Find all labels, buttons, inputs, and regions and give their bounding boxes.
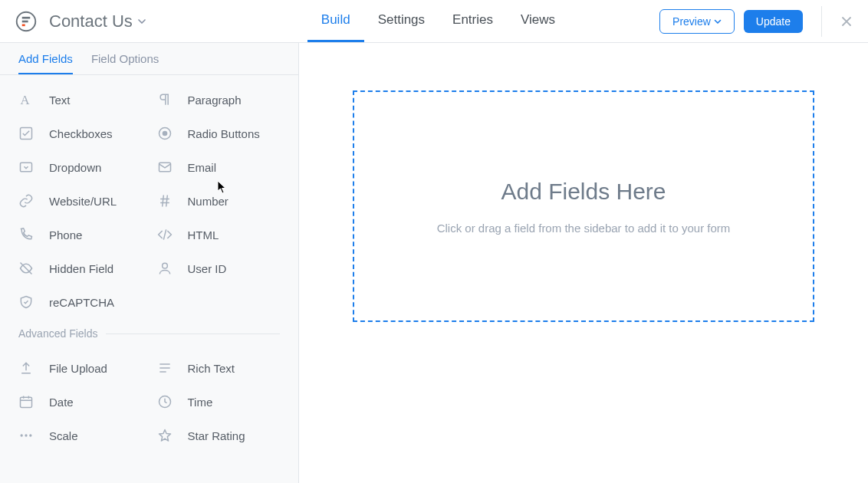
svg-point-7 <box>162 131 167 136</box>
field-label: Scale <box>49 429 78 442</box>
field-date[interactable]: Date <box>11 385 150 419</box>
field-time[interactable]: Time <box>150 385 288 419</box>
clock-icon <box>157 394 173 409</box>
field-email[interactable]: Email <box>150 150 288 184</box>
eye-off-icon <box>18 261 34 276</box>
field-label: Star Rating <box>188 429 245 442</box>
advanced-fields-separator: Advanced Fields <box>0 327 298 340</box>
preview-button[interactable]: Preview <box>659 9 735 34</box>
svg-point-14 <box>25 434 27 436</box>
email-icon <box>157 159 173 175</box>
field-label: Time <box>188 396 213 409</box>
field-recaptcha[interactable]: reCAPTCHA <box>11 285 150 319</box>
advanced-fields-grid: File Upload Rich Text Date Time Scale St… <box>0 343 298 455</box>
phone-icon <box>18 227 34 242</box>
field-label: Paragraph <box>188 94 242 107</box>
field-website-url[interactable]: Website/URL <box>11 184 150 218</box>
tab-entries[interactable]: Entries <box>439 0 507 42</box>
field-label: Rich Text <box>188 362 235 375</box>
field-label: Text <box>49 94 71 107</box>
app-header: Contact Us Build Settings Entries Views … <box>0 0 868 43</box>
drop-zone-title: Add Fields Here <box>501 179 666 205</box>
tab-settings[interactable]: Settings <box>364 0 439 42</box>
svg-point-13 <box>21 434 23 436</box>
dropdown-icon <box>18 159 34 175</box>
star-icon <box>157 428 173 443</box>
field-checkboxes[interactable]: Checkboxes <box>11 117 150 150</box>
radio-icon <box>157 126 173 141</box>
field-label: HTML <box>188 228 219 242</box>
field-label: Radio Buttons <box>188 127 260 140</box>
chevron-down-icon <box>714 18 722 25</box>
close-button[interactable] <box>840 15 853 28</box>
paragraph-icon <box>157 92 173 107</box>
svg-rect-1 <box>22 16 31 18</box>
field-label: File Upload <box>49 362 107 375</box>
form-canvas: Add Fields Here Click or drag a field fr… <box>299 43 868 483</box>
field-hidden-field[interactable]: Hidden Field <box>11 251 150 285</box>
shield-icon <box>18 294 34 310</box>
svg-rect-11 <box>21 397 32 407</box>
sidebar-tab-add-fields[interactable]: Add Fields <box>18 52 73 74</box>
sidebar-tabs: Add Fields Field Options <box>0 43 298 75</box>
field-file-upload[interactable]: File Upload <box>11 351 150 385</box>
tab-build[interactable]: Build <box>307 0 364 42</box>
field-dropdown[interactable]: Dropdown <box>11 150 150 184</box>
svg-point-15 <box>29 434 31 436</box>
field-label: User ID <box>188 262 227 275</box>
update-button[interactable]: Update <box>744 10 803 33</box>
svg-rect-8 <box>21 163 32 172</box>
code-icon <box>157 227 173 242</box>
checkbox-icon <box>18 126 34 141</box>
field-radio-buttons[interactable]: Radio Buttons <box>150 117 288 150</box>
field-label: Email <box>188 161 217 174</box>
svg-rect-3 <box>22 24 25 26</box>
basic-fields-grid: A Text Paragraph Checkboxes Radio Button… <box>0 75 298 322</box>
drop-zone-subtitle: Click or drag a field from the sidebar t… <box>437 222 731 235</box>
drop-zone[interactable]: Add Fields Here Click or drag a field fr… <box>353 90 814 322</box>
field-rich-text[interactable]: Rich Text <box>150 351 288 385</box>
link-icon <box>18 193 34 209</box>
tab-views[interactable]: Views <box>507 0 569 42</box>
field-phone[interactable]: Phone <box>11 218 150 251</box>
sidebar: Add Fields Field Options A Text Paragrap… <box>0 43 299 483</box>
field-label: Number <box>188 195 229 208</box>
field-paragraph[interactable]: Paragraph <box>150 83 288 117</box>
rich-text-icon <box>157 360 173 376</box>
field-html[interactable]: HTML <box>150 218 288 251</box>
field-label: Website/URL <box>49 195 117 208</box>
separator <box>821 6 822 37</box>
svg-text:A: A <box>21 93 30 107</box>
field-star-rating[interactable]: Star Rating <box>150 419 288 452</box>
app-logo-icon <box>15 11 37 32</box>
field-text[interactable]: A Text <box>11 83 150 117</box>
svg-rect-2 <box>22 20 28 22</box>
field-label: Dropdown <box>49 161 101 174</box>
sidebar-tab-field-options[interactable]: Field Options <box>91 52 159 74</box>
field-label: Phone <box>49 228 82 242</box>
form-title-dropdown[interactable]: Contact Us <box>49 12 146 31</box>
form-title: Contact Us <box>49 12 133 31</box>
field-user-id[interactable]: User ID <box>150 251 288 285</box>
main-tabs: Build Settings Entries Views <box>307 0 569 42</box>
user-icon <box>157 261 173 276</box>
text-icon: A <box>18 92 34 107</box>
field-label: reCAPTCHA <box>49 296 114 309</box>
close-icon <box>840 15 853 28</box>
svg-point-10 <box>162 263 167 268</box>
field-scale[interactable]: Scale <box>11 419 150 452</box>
scale-icon <box>18 428 34 443</box>
chevron-down-icon <box>137 17 146 26</box>
number-icon <box>157 193 173 209</box>
field-label: Hidden Field <box>49 262 113 275</box>
field-label: Checkboxes <box>49 127 113 140</box>
header-actions: Preview Update <box>659 6 853 37</box>
field-number[interactable]: Number <box>150 184 288 218</box>
calendar-icon <box>18 394 34 409</box>
upload-icon <box>18 360 34 376</box>
field-label: Date <box>49 396 74 409</box>
